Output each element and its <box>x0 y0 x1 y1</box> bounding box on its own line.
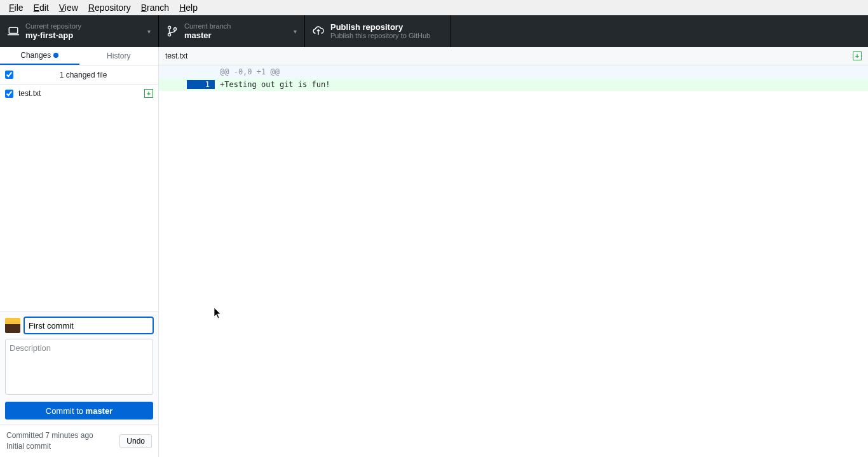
sidebar-tabs: Changes History <box>0 47 158 65</box>
repo-name: my-first-app <box>25 31 81 41</box>
menu-edit[interactable]: Edit <box>29 1 54 14</box>
svg-point-3 <box>173 28 176 31</box>
commit-button[interactable]: Commit to master <box>5 402 153 419</box>
file-checkbox[interactable] <box>5 90 13 98</box>
current-branch-dropdown[interactable]: Current branch master ▾ <box>159 15 305 47</box>
tab-history[interactable]: History <box>79 47 159 65</box>
file-added-icon: + <box>853 51 862 60</box>
changes-dot-icon <box>53 53 58 58</box>
menu-view[interactable]: View <box>54 1 83 14</box>
file-added-icon: + <box>144 89 153 98</box>
changes-header: 1 changed file <box>0 65 158 85</box>
last-commit-time: Committed 7 minutes ago <box>6 430 93 441</box>
branch-name: master <box>184 31 231 41</box>
select-all-checkbox[interactable] <box>5 71 13 79</box>
menu-branch[interactable]: Branch <box>136 1 174 14</box>
menubar: File Edit View Repository Branch Help <box>0 0 868 15</box>
diff-hunk-header: @@ -0,0 +1 @@ <box>159 65 868 78</box>
menu-file[interactable]: File <box>4 1 29 14</box>
diff-header: test.txt + <box>159 47 868 65</box>
file-name: test.txt <box>18 89 144 98</box>
menu-repository[interactable]: Repository <box>83 1 136 14</box>
diff-content: @@ -0,0 +1 @@ 1 +Testing out git is fun! <box>159 65 868 91</box>
svg-point-1 <box>168 26 170 29</box>
git-branch-icon <box>166 25 178 37</box>
menu-help[interactable]: Help <box>174 1 203 14</box>
diff-line-added[interactable]: 1 +Testing out git is fun! <box>159 78 868 91</box>
publish-subtitle: Publish this repository to GitHub <box>330 32 430 40</box>
chevron-down-icon: ▾ <box>294 28 297 35</box>
sidebar: Changes History 1 changed file test.txt … <box>0 47 159 457</box>
svg-rect-0 <box>9 27 18 33</box>
tab-changes-label: Changes <box>20 51 51 60</box>
tab-changes[interactable]: Changes <box>0 47 79 65</box>
commit-description-input[interactable] <box>5 339 153 395</box>
svg-point-2 <box>168 34 170 36</box>
publish-title: Publish repository <box>330 22 430 32</box>
chevron-down-icon: ▾ <box>147 28 151 35</box>
commit-summary-input[interactable] <box>24 317 153 334</box>
tab-history-label: History <box>107 51 130 60</box>
changed-files-list: test.txt + <box>0 85 158 102</box>
cloud-upload-icon <box>313 25 324 37</box>
repo-label: Current repository <box>25 22 81 31</box>
last-commit-message: Initial commit <box>6 441 93 452</box>
commit-form: Commit to master <box>0 311 158 425</box>
changes-count: 1 changed file <box>13 71 153 79</box>
undo-button[interactable]: Undo <box>119 434 152 448</box>
current-repository-dropdown[interactable]: Current repository my-first-app ▾ <box>0 15 159 47</box>
avatar <box>5 318 20 333</box>
laptop-icon <box>8 25 19 37</box>
file-item[interactable]: test.txt + <box>0 85 158 102</box>
branch-label: Current branch <box>184 22 231 31</box>
publish-repository-button[interactable]: Publish repository Publish this reposito… <box>305 15 451 47</box>
diff-filename: test.txt <box>165 51 853 60</box>
toolbar: Current repository my-first-app ▾ Curren… <box>0 15 868 47</box>
last-commit-notice: Committed 7 minutes ago Initial commit U… <box>0 425 158 457</box>
diff-panel: test.txt + @@ -0,0 +1 @@ 1 +Testing out … <box>159 47 868 457</box>
